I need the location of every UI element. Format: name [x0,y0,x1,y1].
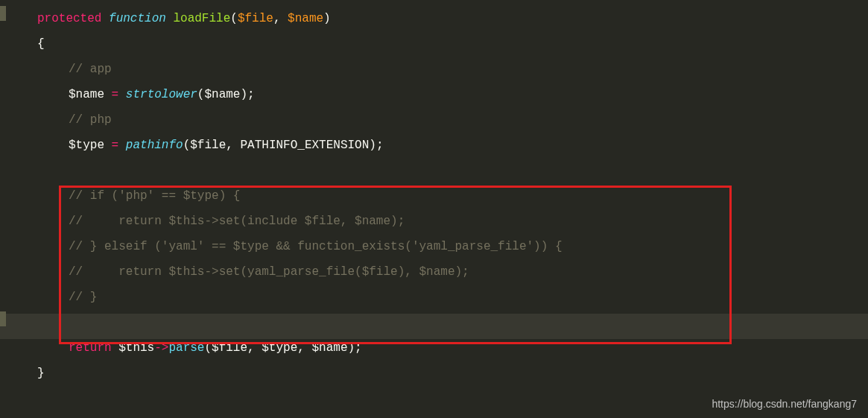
code-editor[interactable]: protected function loadFile($file, $name… [0,0,868,386]
method-call: parse [168,341,204,355]
param: $name [288,12,323,25]
code-line: protected function loadFile($file, $name… [15,6,868,31]
code-line: // } [15,285,868,310]
comment: // app [69,63,112,76]
comment: // php [69,113,112,127]
commented-code: // return $this->set(yaml_parse_file($fi… [69,265,469,279]
code-line-blank [15,310,868,335]
builtin-function: strtolower [126,88,197,101]
commented-code: // return $this->set(include $file, $nam… [69,215,405,228]
variable: $name [69,88,104,101]
code-line: } [15,361,868,386]
code-line: $type = pathinfo($file, PATHINFO_EXTENSI… [15,133,868,158]
code-line: // app [15,57,868,82]
keyword-protected: protected [37,12,101,25]
gutter-marker [0,311,6,326]
commented-code: // } elseif ('yaml' == $type && function… [69,240,563,253]
keyword-return: return [69,341,112,355]
param: $file [238,12,273,25]
variable: $type [69,139,104,152]
watermark-text: https://blog.csdn.net/fangkang7 [712,397,857,412]
gutter-marker [0,6,6,21]
code-line: return $this->parse($file, $type, $name)… [15,335,868,361]
code-line: $name = strtolower($name); [15,82,868,107]
code-line: // php [15,107,868,133]
code-line: // } elseif ('yaml' == $type && function… [15,234,868,259]
code-line-blank [15,158,868,183]
builtin-function: pathinfo [126,139,183,152]
code-line: // return $this->set(include $file, $nam… [15,209,868,234]
code-line: // return $this->set(yaml_parse_file($fi… [15,259,868,285]
commented-code: // if ('php' == $type) { [69,189,240,203]
function-name: loadFile [173,12,230,25]
code-line: // if ('php' == $type) { [15,183,868,209]
commented-code: // } [69,291,97,304]
keyword-function: function [109,12,166,25]
code-line: { [15,31,868,57]
